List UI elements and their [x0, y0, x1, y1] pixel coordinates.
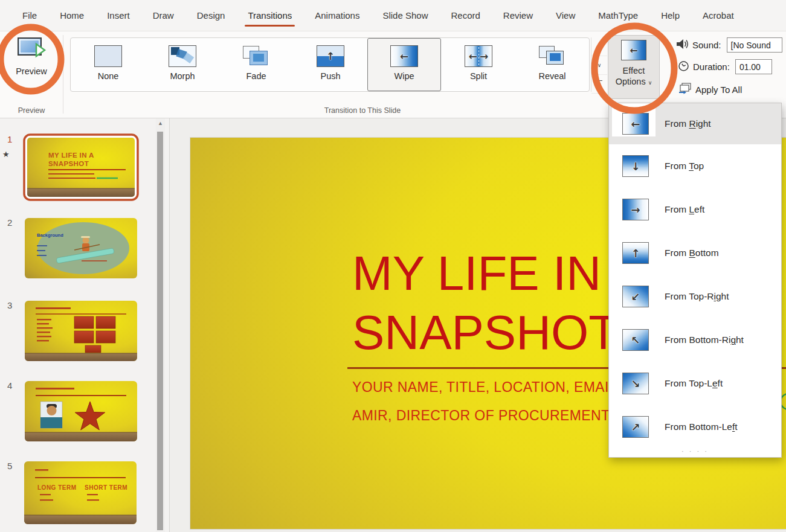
morph-transition-icon [169, 45, 196, 67]
svg-text:SNAPSHOT: SNAPSHOT [48, 160, 89, 167]
sound-label: Sound: [692, 40, 721, 50]
wipe-from-top-right-icon: ↙ [622, 286, 649, 307]
duration-label: Duration: [693, 62, 730, 72]
clock-icon [678, 60, 689, 74]
transition-gallery: None Morph Fade ↑ [70, 37, 590, 92]
sound-row: Sound: [No Sound [675, 37, 782, 53]
wipe-from-bottom-right-icon: ↖ [622, 329, 649, 351]
preview-play-icon [16, 36, 47, 63]
menu-item-from-left[interactable]: → From Left [609, 188, 781, 231]
none-transition-icon [94, 45, 122, 67]
slide-thumbnail-panel: 1 ★ 2 3 4 5 MY LIFE IN A SNAPSHOT [0, 118, 170, 532]
effect-options-button[interactable]: ← Effect Options ∨ [608, 35, 660, 99]
transition-split[interactable]: ← → Split [442, 39, 515, 91]
transition-fade[interactable]: Fade [219, 39, 293, 91]
sound-select[interactable]: [No Sound [727, 37, 782, 53]
tab-slide-show[interactable]: Slide Show [371, 0, 439, 31]
tab-draw[interactable]: Draw [141, 0, 185, 31]
slide-thumbnail-4[interactable] [25, 381, 137, 444]
menu-item-from-top-right[interactable]: ↙ From Top-Right [609, 275, 781, 318]
group-divider [63, 35, 63, 114]
slide-thumbnail-5[interactable]: LONG TERM SHORT TERM [24, 461, 137, 527]
fade-transition-icon [242, 45, 270, 67]
tab-mathtype[interactable]: MathType [587, 0, 649, 31]
preview-button-label: Preview [16, 66, 47, 76]
apply-to-all-icon [678, 83, 692, 96]
tab-review[interactable]: Review [492, 0, 544, 31]
transition-reveal[interactable]: Reveal [515, 39, 589, 91]
tab-transitions[interactable]: Transitions [236, 0, 303, 31]
chevron-down-icon: ∨ [648, 80, 652, 86]
tab-view[interactable]: View [544, 0, 587, 31]
transition-push[interactable]: ↑ Push [294, 39, 367, 91]
duration-row: Duration: 01.00 [678, 59, 772, 74]
menu-item-from-bottom-left[interactable]: ↗ From Bottom-Left [609, 405, 781, 449]
speaker-icon [675, 38, 689, 52]
menu-bar: File Home Insert Draw Design Transitions… [0, 0, 786, 31]
effect-options-icon: ← [621, 40, 646, 60]
tab-acrobat[interactable]: Acrobat [691, 0, 746, 31]
menu-item-from-bottom[interactable]: ↑ From Bottom [609, 231, 781, 275]
slide-number-4: 4 [7, 380, 12, 391]
transition-group-label: Transition to This Slide [211, 106, 514, 115]
duration-input[interactable]: 01.00 [735, 59, 772, 74]
slide-subtitle-line1[interactable]: YOUR NAME, TITLE, LOCATION, EMAIL AD [352, 379, 639, 396]
slide-thumbnail-2[interactable]: Background [25, 218, 137, 281]
slide-number-1: 1 [7, 134, 12, 144]
transition-morph[interactable]: Morph [146, 39, 219, 91]
svg-text:SHORT TERM: SHORT TERM [85, 484, 127, 491]
powerpoint-window: File Home Insert Draw Design Transitions… [0, 0, 786, 532]
thumbnail-scrollbar[interactable]: ▲ [156, 118, 165, 532]
tab-file[interactable]: File [11, 0, 48, 31]
svg-text:MY LIFE IN A: MY LIFE IN A [48, 152, 94, 159]
wipe-from-left-icon: → [622, 199, 649, 220]
svg-text:LONG TERM: LONG TERM [37, 484, 77, 491]
wipe-from-top-left-icon: ↘ [622, 373, 649, 394]
gallery-scroll-buttons: ∧ ∨ ∨ [591, 37, 607, 92]
preview-group-label: Preview [6, 106, 57, 115]
push-transition-icon: ↑ [317, 45, 344, 67]
gallery-more-button[interactable]: ∨ [591, 75, 607, 94]
tab-home[interactable]: Home [48, 0, 95, 31]
wipe-transition-icon: ← [390, 45, 418, 67]
wipe-from-bottom-icon: ↑ [622, 242, 649, 264]
wipe-from-bottom-left-icon: ↗ [622, 416, 649, 438]
wipe-from-right-icon: ← [622, 113, 649, 135]
tab-record[interactable]: Record [439, 0, 491, 31]
slide-number-2: 2 [7, 217, 12, 228]
tab-animations[interactable]: Animations [303, 0, 371, 31]
split-transition-icon: ← → [465, 45, 492, 67]
svg-text:Background: Background [37, 232, 63, 238]
menu-item-from-top-left[interactable]: ↘ From Top-Left [609, 362, 781, 405]
apply-to-all-button[interactable]: Apply To All [678, 83, 742, 96]
scrollbar-thumb[interactable] [157, 132, 163, 530]
transition-none[interactable]: None [71, 39, 145, 91]
preview-button[interactable]: Preview [6, 36, 57, 89]
menu-item-from-right[interactable]: ← From Right [609, 103, 781, 144]
slide-thumbnail-1[interactable]: MY LIFE IN A SNAPSHOT [23, 133, 139, 204]
reveal-transition-icon [538, 45, 566, 67]
gallery-scroll-down-button[interactable]: ∨ [591, 56, 607, 75]
tab-insert[interactable]: Insert [95, 0, 141, 31]
dropdown-resize-grip[interactable]: · · · · [609, 447, 781, 455]
tab-help[interactable]: Help [649, 0, 691, 31]
slide-subtitle-line2[interactable]: AMIR, DIRECTOR OF PROCUREMENT, KAR [352, 408, 646, 424]
scrollbar-up-arrow-icon[interactable]: ▲ [156, 120, 165, 126]
gallery-scroll-up-button[interactable]: ∧ [591, 37, 607, 56]
menu-item-from-top[interactable]: ↓ From Top [609, 144, 781, 188]
tab-design[interactable]: Design [185, 0, 237, 31]
menu-item-from-bottom-right[interactable]: ↖ From Bottom-Right [609, 318, 781, 362]
transition-star-icon[interactable]: ★ [2, 150, 10, 159]
slide-number-3: 3 [7, 300, 12, 310]
slide-number-5: 5 [7, 461, 12, 471]
effect-options-dropdown: ← From Right ↓ From Top → From Left ↑ Fr… [608, 103, 782, 458]
transition-wipe-selected[interactable]: ← Wipe [367, 38, 441, 91]
slide-thumbnail-3[interactable] [25, 301, 137, 364]
wipe-from-top-icon: ↓ [622, 155, 649, 177]
